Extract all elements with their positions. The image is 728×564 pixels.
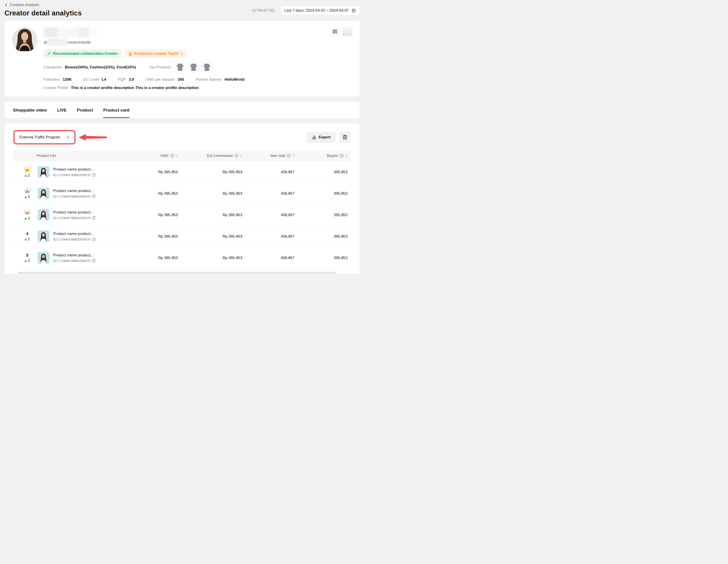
top-products: Top Products [149,62,213,73]
creator-handle: @ creatorHandle [44,39,352,46]
top-product-thumbnail[interactable] [201,62,213,73]
creator-profile-card: @ creatorHandle Recommended collaboratio… [4,21,360,96]
crown-gold-icon: 1 [23,166,31,172]
toolbar-right: Export [307,132,351,143]
col-item-sold[interactable]: Item sold ? [245,154,298,158]
product-name: Product name product... [53,210,96,214]
product-image[interactable] [38,252,49,264]
handle-suffix: creatorHandle [67,40,91,45]
copy-icon[interactable] [92,194,96,198]
sort-icon[interactable] [345,154,347,158]
productive-creator-badge[interactable]: $ Productive creator Top10 [125,49,186,58]
rank-badge: 1 2 [20,166,34,178]
categories-row: Categories Beauty(34%), Fashion(23%), Fo… [44,62,352,73]
buyers-cell: 395,853 [298,170,351,174]
rank-up-icon [25,196,27,198]
product-text: Product name product... ID:1728467898028… [53,231,96,241]
creator-profile-value: This is a creator profile description Th… [71,86,199,90]
product-image[interactable] [38,166,49,178]
svg-text:?: ? [171,155,173,157]
chevron-right-icon [181,52,183,55]
chevron-down-icon [66,136,69,139]
traffic-program-dropdown[interactable]: External Traffic Program [16,132,73,142]
timezone-label: (GTM+07:00) [252,8,275,13]
profile-card-actions [330,27,352,36]
product-info-cell: 4 2 Product name product... ID:172846789… [13,230,136,242]
top-product-thumbnail[interactable] [175,62,186,73]
product-id: ID:17284678980283976 [53,173,90,177]
copy-icon[interactable] [92,259,96,263]
qr-code-button[interactable] [330,27,340,36]
table-row: 5 2 Product name product... ID:172846789… [13,247,351,269]
date-range-label: Last 7 days: 2024-03-01 – 2024-03-07 [284,8,349,13]
product-image[interactable] [38,187,49,199]
header-left: Creators Analysis Creator detail analyti… [4,3,82,17]
svg-text:?: ? [236,155,237,157]
svg-text:?: ? [288,155,289,157]
help-icon[interactable]: ? [234,154,238,158]
product-name: Product name product... [53,253,96,257]
header: Creators Analysis Creator detail analyti… [4,3,360,17]
help-icon[interactable]: ? [287,154,291,158]
col-est-commission[interactable]: Est.Commission ? [181,154,245,158]
help-icon[interactable]: ? [170,154,174,158]
categories-label: Categories [44,65,62,69]
creator-avatar [12,27,37,52]
item-sold-cell: 458,857 [245,191,298,196]
gmv-cell: Rp 395.853 [136,234,181,239]
rank-up-icon [25,260,27,262]
sort-icon[interactable] [292,154,295,158]
product-text: Product name product... ID:1728467898028… [53,189,96,198]
product-info-cell: 3 2 Product name product... ID:172846789… [13,209,136,221]
breadcrumb[interactable]: Creators Analysis [4,3,82,7]
copy-icon[interactable] [92,173,96,177]
commission-cell: Rp 395.853 [181,256,245,260]
traffic-program-label: External Traffic Program [19,135,60,139]
table-header: Product Info GMV ? Est.Commission ? Item… [13,150,351,161]
rank-number: 5 [26,253,29,258]
product-text: Product name product... ID:1728467898028… [53,253,96,263]
breadcrumb-label[interactable]: Creators Analysis [10,3,39,7]
stat-followers: Followers 120K [44,77,72,82]
buyers-cell: 395,853 [298,213,351,217]
copy-icon[interactable] [92,237,96,241]
svg-text:?: ? [341,155,342,157]
export-button[interactable]: Export [307,132,336,143]
product-name: Product name product... [53,189,96,193]
date-range-picker[interactable]: Last 7 days: 2024-03-01 – 2024-03-07 [281,6,360,15]
copy-icon[interactable] [92,216,96,220]
magic-wand-icon [47,52,51,56]
categories-value: Beauty(34%), Fashion(23%), Food(10%) [65,65,136,69]
clipboard-button[interactable] [339,132,351,143]
product-id: ID:17284678980283976 [53,237,90,241]
tab-product-card[interactable]: Product card [103,102,129,118]
horizontal-scrollbar[interactable] [17,272,336,273]
product-image[interactable] [38,209,49,221]
product-image[interactable] [38,230,49,242]
tab-shoppable-video[interactable]: Shoppable video [13,102,47,118]
blurred-action-button[interactable] [343,27,352,36]
tab-product[interactable]: Product [77,102,93,118]
rank-change: 2 [25,237,30,241]
table-row: 4 2 Product name product... ID:172846789… [13,226,351,247]
tab-live[interactable]: LIVE [57,102,67,118]
help-icon[interactable]: ? [340,154,344,158]
stat-partner-agency: Partner Agency HelloWrold [196,77,245,82]
money-bag-icon: $ [128,51,132,56]
rank-change: 2 [25,258,30,263]
commission-cell: Rp 395.853 [181,191,245,196]
page-title: Creator detail analytics [4,9,82,17]
sort-icon[interactable] [176,154,178,158]
item-sold-cell: 458,857 [245,256,298,260]
rank-change: 2 [25,195,30,199]
top-product-thumbnail[interactable] [188,62,199,73]
col-buyers[interactable]: Buyers ? [298,154,351,158]
col-gmv[interactable]: GMV ? [136,154,181,158]
chevron-left-icon[interactable] [4,3,8,7]
top-products-label: Top Products [149,65,171,69]
analytics-tabs: Shoppable video LIVE Product Product car… [4,102,360,118]
productive-badge-label: Productive creator Top10 [134,51,179,56]
item-sold-cell: 458,857 [245,170,298,174]
product-text: Product name product... ID:1728467898028… [53,167,96,177]
sort-icon[interactable] [240,154,242,158]
